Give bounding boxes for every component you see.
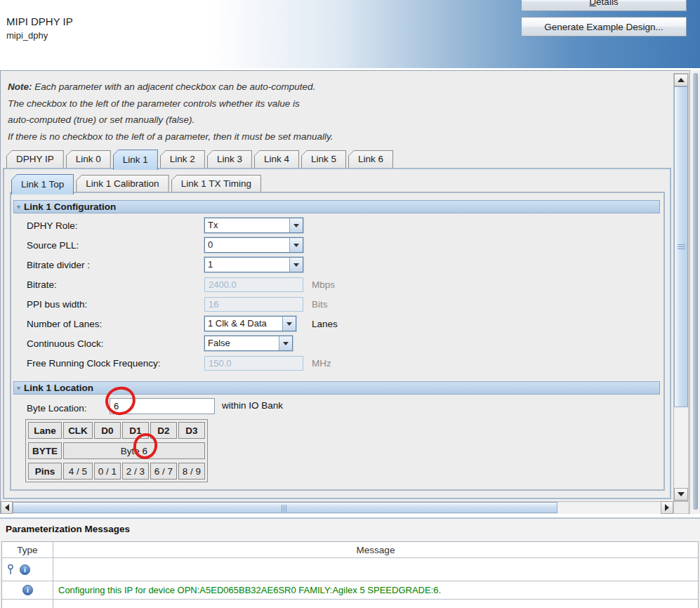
tab-dphy-ip[interactable]: DPHY IP bbox=[6, 150, 64, 168]
section-title: Link 1 Configuration bbox=[24, 201, 116, 212]
section-title: Link 1 Location bbox=[24, 383, 93, 393]
message-cell bbox=[53, 558, 698, 581]
tab-link-6[interactable]: Link 6 bbox=[348, 150, 393, 168]
bitrate-divider-dropdown[interactable]: 1 bbox=[204, 257, 303, 272]
row-label-cell: Pins bbox=[28, 463, 62, 480]
generate-example-design-button[interactable]: Generate Example Design... bbox=[521, 17, 687, 37]
field-label: Bitrate: bbox=[27, 279, 57, 290]
device-configuration-message: Configuring this IP for device OPN:A5ED0… bbox=[53, 585, 441, 595]
field-label: Free Running Clock Frequency: bbox=[27, 358, 161, 369]
unit-label: Bits bbox=[312, 299, 328, 310]
vertical-scrollbar-thumb[interactable] bbox=[674, 86, 688, 407]
header-cell: Lane bbox=[28, 422, 62, 439]
field-label: Number of Lanes: bbox=[27, 319, 102, 329]
link-1-configuration-header[interactable]: ▾ Link 1 Configuration bbox=[13, 200, 660, 213]
chevron-down-icon[interactable] bbox=[289, 238, 303, 252]
details-button[interactable]: Details bbox=[521, 0, 687, 11]
dropdown-value: Tx bbox=[205, 218, 289, 232]
scroll-down-arrow-icon[interactable] bbox=[674, 488, 688, 501]
link-tabs: DPHY IP Link 0 Link 1 Link 2 Link 3 Link… bbox=[6, 149, 395, 168]
tab-link-0[interactable]: Link 0 bbox=[66, 150, 111, 168]
dropdown-value: 1 Clk & 4 Data bbox=[205, 317, 282, 331]
pins-cell: 6 / 7 bbox=[150, 463, 177, 480]
lane-byte-pins-table: Lane CLK D0 D1 D2 D3 BYTE Byte 6 Pins 4 … bbox=[25, 419, 208, 482]
tab-link-4[interactable]: Link 4 bbox=[254, 150, 299, 168]
type-column-header: Type bbox=[2, 542, 53, 557]
chevron-down-icon[interactable] bbox=[279, 336, 292, 350]
note-line-4: If there is no checkbox to the left of a… bbox=[8, 128, 334, 145]
note-line-3: auto-computed (true) or set manually (fa… bbox=[8, 112, 334, 128]
content-horizontal-scrollbar[interactable] bbox=[1, 501, 673, 514]
source-pll-dropdown[interactable]: 0 bbox=[204, 237, 303, 253]
continuous-clock-dropdown[interactable]: False bbox=[204, 336, 293, 351]
parameter-editor-pane: Note: Each parameter with an adjacent ch… bbox=[0, 70, 690, 514]
unit-label: Lanes bbox=[312, 319, 338, 329]
chevron-down-icon[interactable] bbox=[289, 218, 303, 232]
scrollbar-corner bbox=[673, 501, 689, 514]
collapse-triangle-icon: ▾ bbox=[17, 384, 20, 392]
header-cell: D3 bbox=[178, 422, 205, 439]
pins-cell: 8 / 9 bbox=[178, 463, 205, 480]
tab-link-5[interactable]: Link 5 bbox=[301, 150, 346, 168]
link-1-subtabs: Link 1 Top Link 1 Calibration Link 1 TX … bbox=[11, 173, 263, 192]
generate-button-label: Generate Example Design... bbox=[544, 22, 663, 32]
table-row-pins: Pins 4 / 5 0 / 1 2 / 3 6 / 7 8 / 9 bbox=[28, 463, 205, 480]
info-icon: i bbox=[20, 564, 30, 575]
field-label: DPHY Role: bbox=[27, 220, 78, 231]
page-title: MIPI DPHY IP bbox=[6, 15, 73, 27]
message-column-header: Message bbox=[53, 542, 698, 557]
empty-message-row bbox=[2, 600, 698, 608]
tab-link-1-top[interactable]: Link 1 Top bbox=[11, 174, 74, 194]
scrollbar-grip bbox=[678, 244, 685, 251]
scrollbar-grip bbox=[282, 505, 288, 512]
unit-label: Mbps bbox=[312, 279, 335, 290]
messages-table: Type Message i i Con bbox=[1, 541, 699, 608]
tab-link-2[interactable]: Link 2 bbox=[160, 150, 205, 168]
message-row[interactable]: i Configuring this IP for device OPN:A5E… bbox=[2, 581, 698, 600]
pins-cell: 0 / 1 bbox=[94, 463, 121, 480]
field-label: Bitrate divider : bbox=[27, 260, 90, 270]
field-label: Continuous Clock: bbox=[27, 338, 104, 349]
byte-location-label: Byte Location: bbox=[27, 403, 87, 414]
bitrate-readonly-field: 2400.0 bbox=[204, 277, 303, 292]
note-line-2: The checkbox to the left of the paramete… bbox=[8, 95, 334, 112]
unit-label: MHz bbox=[312, 358, 331, 369]
number-of-lanes-dropdown[interactable]: 1 Clk & 4 Data bbox=[204, 316, 296, 331]
note-bold-label: Note: bbox=[8, 81, 32, 92]
table-row-byte: BYTE Byte 6 bbox=[28, 442, 205, 459]
window-vertical-scrollbar[interactable] bbox=[691, 70, 700, 514]
row-label-cell: BYTE bbox=[28, 442, 62, 459]
parameterization-messages-panel: Parameterization Messages Type Message i bbox=[0, 517, 700, 608]
tab-link-3[interactable]: Link 3 bbox=[207, 150, 252, 168]
chevron-down-icon[interactable] bbox=[282, 317, 296, 331]
tab-link-1-calibration[interactable]: Link 1 Calibration bbox=[76, 175, 169, 192]
dropdown-value: False bbox=[205, 336, 279, 350]
ppi-bus-width-readonly-field: 16 bbox=[204, 297, 303, 312]
window-scrollbar-thumb[interactable] bbox=[693, 73, 698, 510]
note-line-1: Each parameter with an adjacent checkbox… bbox=[32, 81, 316, 92]
tab-link-1-tx-timing[interactable]: Link 1 TX Timing bbox=[171, 175, 261, 192]
header-cell: D0 bbox=[94, 422, 121, 439]
pins-cell: 2 / 3 bbox=[122, 463, 149, 480]
message-row[interactable]: i bbox=[2, 558, 698, 581]
scroll-up-arrow-icon[interactable] bbox=[674, 74, 688, 86]
ip-instance-name: mipi_dphy bbox=[6, 30, 48, 41]
header-banner: MIPI DPHY IP mipi_dphy Details Generate … bbox=[0, 0, 700, 68]
tab-link-1[interactable]: Link 1 bbox=[113, 150, 158, 170]
dropdown-value: 0 bbox=[205, 238, 289, 252]
field-label: Source PLL: bbox=[27, 240, 79, 251]
tree-node-icon[interactable] bbox=[6, 564, 15, 575]
dphy-role-dropdown[interactable]: Tx bbox=[204, 218, 303, 233]
chevron-down-icon[interactable] bbox=[289, 258, 303, 272]
link-1-top-panel: ▾ Link 1 Configuration DPHY Role: Tx Sou… bbox=[10, 192, 665, 491]
scroll-left-arrow-icon[interactable] bbox=[1, 501, 13, 514]
dropdown-value: 1 bbox=[205, 258, 289, 272]
collapse-triangle-icon: ▾ bbox=[17, 203, 20, 211]
content-vertical-scrollbar[interactable] bbox=[673, 73, 689, 501]
messages-panel-title: Parameterization Messages bbox=[6, 524, 130, 534]
scroll-right-arrow-icon[interactable] bbox=[661, 501, 673, 514]
auto-compute-note: Note: Each parameter with an adjacent ch… bbox=[8, 79, 334, 145]
info-icon: i bbox=[22, 585, 33, 595]
horizontal-scrollbar-thumb[interactable] bbox=[13, 502, 557, 513]
field-label: PPI bus width: bbox=[27, 299, 87, 310]
